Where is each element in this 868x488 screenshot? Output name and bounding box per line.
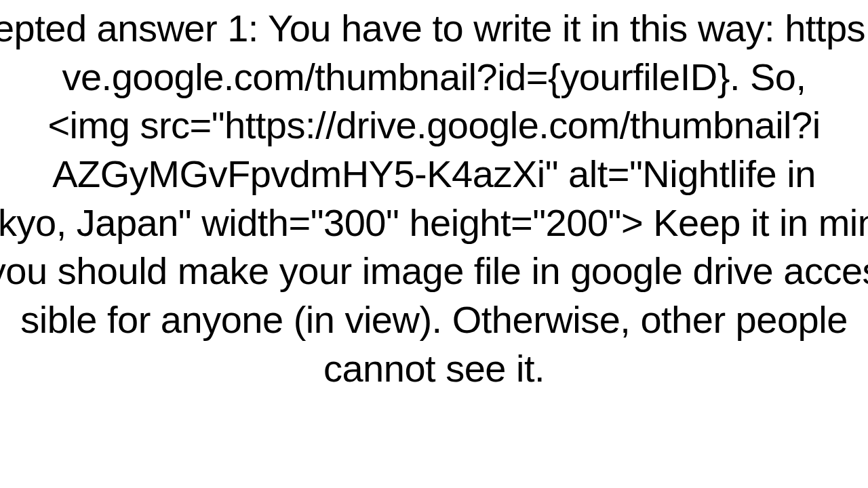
text-line-4: AZGyMGvFpvdmHY5-K4azXi" alt="Nightlife i… [0,150,868,199]
text-line-5: Tokyo, Japan" width="300" height="200"> … [0,199,868,247]
text-line-7: sible for anyone (in view). Otherwise, o… [0,296,868,344]
text-line-1: Accepted answer 1: You have to write it … [0,4,868,53]
text-line-8: cannot see it. [0,344,868,393]
text-line-3: <img src="https://drive.google.com/thumb… [0,101,868,150]
answer-text-block: Accepted answer 1: You have to write it … [0,4,868,392]
text-line-2: ve.google.com/thumbnail?id={yourfileID}.… [0,53,868,102]
text-line-6: you should make your image file in googl… [0,247,868,296]
